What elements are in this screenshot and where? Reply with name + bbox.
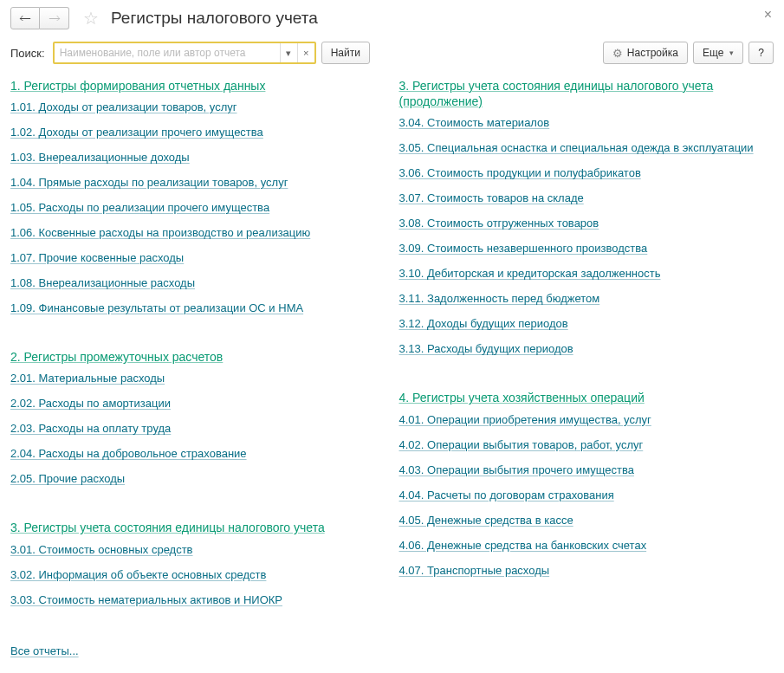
- header: 🡐 🡒 ☆ Регистры налогового учета ×: [0, 0, 784, 33]
- back-button[interactable]: 🡐: [10, 7, 40, 29]
- content: 1. Регистры формирования отчетных данных…: [0, 74, 784, 618]
- favorite-star-icon[interactable]: ☆: [83, 8, 99, 29]
- report-link[interactable]: 1.06. Косвенные расходы на производство …: [10, 226, 386, 239]
- report-link[interactable]: 1.03. Внереализационные доходы: [10, 151, 386, 164]
- search-dropdown-icon[interactable]: ▾: [280, 43, 297, 62]
- close-icon[interactable]: ×: [764, 7, 772, 23]
- report-link[interactable]: 4.05. Денежные средства в кассе: [399, 514, 774, 527]
- report-link[interactable]: 4.03. Операции выбытия прочего имущества: [399, 463, 774, 476]
- report-link[interactable]: 4.01. Операции приобретения имущества, у…: [399, 413, 774, 426]
- report-link[interactable]: 3.07. Стоимость товаров на складе: [399, 191, 774, 204]
- report-link[interactable]: 2.02. Расходы по амортизации: [10, 397, 386, 410]
- report-link[interactable]: 3.11. Задолженность перед бюджетом: [399, 292, 774, 305]
- report-link[interactable]: 3.12. Доходы будущих периодов: [399, 317, 774, 330]
- report-link[interactable]: 2.05. Прочие расходы: [10, 472, 386, 485]
- report-link[interactable]: 3.10. Дебиторская и кредиторская задолже…: [399, 267, 774, 280]
- gear-icon: ⚙: [612, 47, 623, 60]
- chevron-down-icon: ▾: [729, 49, 734, 57]
- report-link[interactable]: 1.07. Прочие косвенные расходы: [10, 251, 386, 264]
- group-title[interactable]: 3. Регистры учета состояния единицы нало…: [399, 78, 774, 109]
- more-button-label: Еще: [703, 47, 723, 59]
- report-link[interactable]: 4.06. Денежные средства на банковских сч…: [399, 539, 774, 552]
- all-reports-link[interactable]: Все отчеты...: [10, 644, 79, 657]
- group-title[interactable]: 2. Регистры промежуточных расчетов: [10, 349, 386, 365]
- report-link[interactable]: 1.08. Внереализационные расходы: [10, 276, 386, 289]
- report-link[interactable]: 2.01. Материальные расходы: [10, 372, 386, 385]
- group-title[interactable]: 3. Регистры учета состояния единицы нало…: [10, 520, 386, 535]
- settings-button[interactable]: ⚙ Настройка: [603, 42, 688, 64]
- forward-button[interactable]: 🡒: [40, 7, 69, 29]
- group-title[interactable]: 1. Регистры формирования отчетных данных: [10, 78, 386, 94]
- search-clear-icon[interactable]: ×: [297, 43, 314, 62]
- help-button-label: ?: [758, 47, 764, 59]
- report-link[interactable]: 1.05. Расходы по реализации прочего имущ…: [10, 201, 386, 214]
- report-link[interactable]: 1.02. Доходы от реализации прочего имуще…: [10, 126, 386, 139]
- help-button[interactable]: ?: [748, 42, 774, 64]
- report-link[interactable]: 1.04. Прямые расходы по реализации товар…: [10, 176, 386, 189]
- report-link[interactable]: 1.01. Доходы от реализации товаров, услу…: [10, 100, 386, 113]
- nav-buttons: 🡐 🡒: [10, 7, 69, 29]
- column-left: 1. Регистры формирования отчетных данных…: [10, 74, 386, 618]
- search-label: Поиск:: [10, 47, 45, 60]
- find-button-label: Найти: [331, 47, 360, 59]
- column-right: 3. Регистры учета состояния единицы нало…: [399, 74, 774, 618]
- find-button[interactable]: Найти: [321, 42, 370, 64]
- report-link[interactable]: 4.04. Расчеты по договорам страхования: [399, 489, 774, 502]
- report-link[interactable]: 3.05. Специальная оснастка и специальная…: [399, 141, 774, 154]
- settings-button-label: Настройка: [627, 47, 678, 59]
- report-link[interactable]: 3.02. Информация об объекте основных сре…: [10, 568, 386, 581]
- report-link[interactable]: 3.01. Стоимость основных средств: [10, 543, 386, 556]
- search-input[interactable]: [55, 43, 280, 62]
- search-wrap: ▾ ×: [53, 42, 316, 64]
- group-title[interactable]: 4. Регистры учета хозяйственных операций: [399, 390, 774, 405]
- page-title: Регистры налогового учета: [111, 9, 318, 28]
- report-link[interactable]: 4.07. Транспортные расходы: [399, 564, 774, 577]
- report-link[interactable]: 3.04. Стоимость материалов: [399, 116, 774, 129]
- report-link[interactable]: 2.03. Расходы на оплату труда: [10, 422, 386, 435]
- more-button[interactable]: Еще ▾: [693, 42, 743, 64]
- report-link[interactable]: 3.13. Расходы будущих периодов: [399, 342, 774, 355]
- toolbar: Поиск: ▾ × Найти ⚙ Настройка Еще ▾ ?: [0, 33, 784, 74]
- report-link[interactable]: 3.06. Стоимость продукции и полуфабрикат…: [399, 166, 774, 179]
- footer: Все отчеты...: [10, 644, 79, 657]
- report-link[interactable]: 3.09. Стоимость незавершенного производс…: [399, 242, 774, 255]
- report-link[interactable]: 4.02. Операции выбытия товаров, работ, у…: [399, 438, 774, 451]
- report-link[interactable]: 1.09. Финансовые результаты от реализаци…: [10, 301, 386, 314]
- report-link[interactable]: 3.03. Стоимость нематериальных активов и…: [10, 593, 386, 606]
- report-link[interactable]: 2.04. Расходы на добровольное страховани…: [10, 447, 386, 460]
- report-link[interactable]: 3.08. Стоимость отгруженных товаров: [399, 217, 774, 230]
